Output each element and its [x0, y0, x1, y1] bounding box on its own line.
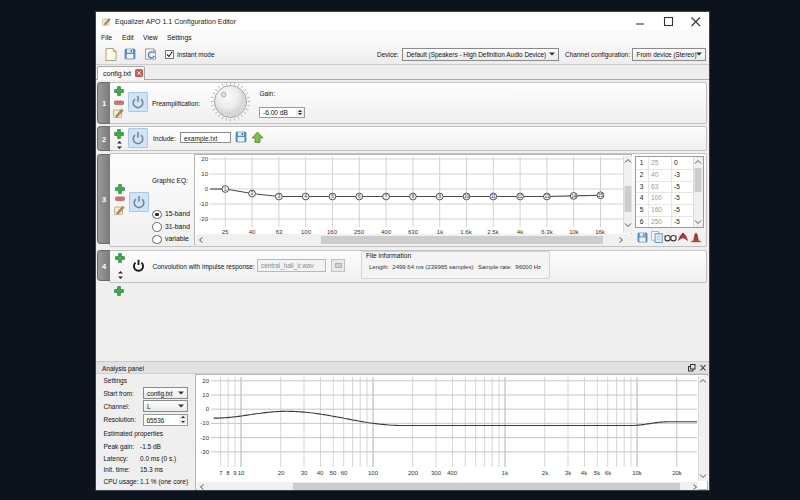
svg-text:10: 10: [464, 194, 470, 199]
svg-text:11: 11: [491, 194, 496, 199]
svg-text:15: 15: [598, 193, 604, 198]
svg-text:12: 12: [518, 194, 524, 199]
svg-text:13: 13: [544, 194, 550, 199]
svg-text:14: 14: [571, 194, 577, 199]
